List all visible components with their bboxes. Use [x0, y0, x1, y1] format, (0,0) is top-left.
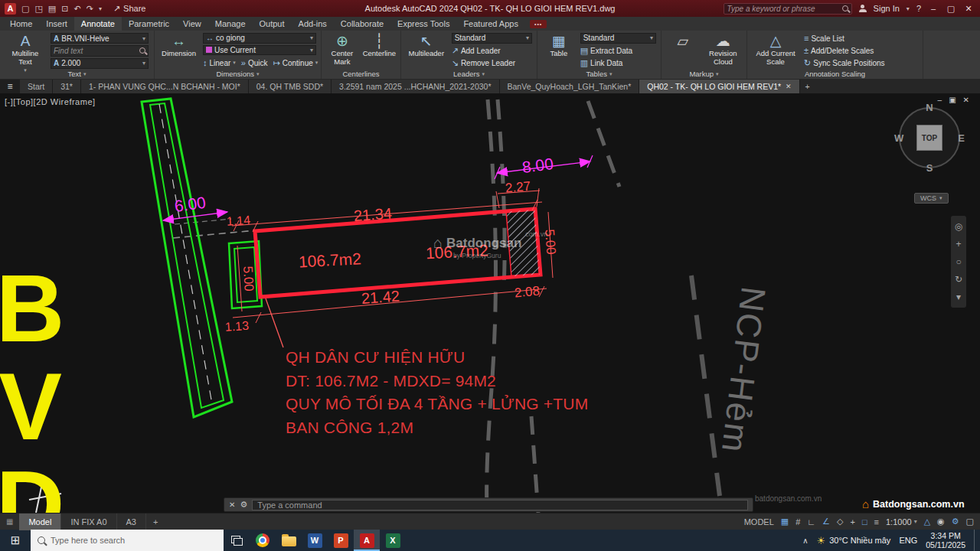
panel-label-dimensions[interactable]: Dimensions ▾ [155, 70, 321, 78]
file-tab-banve[interactable]: BanVe_QuyHoach_LGH_TanKien* [500, 80, 640, 93]
layout-tab-in-fix-a0[interactable]: IN FIX A0 [61, 514, 116, 530]
revision-cloud-button[interactable]: ☁ Revision Cloud [704, 33, 742, 69]
weather-widget[interactable]: ☀ 30°C Nhiều mây [817, 535, 891, 546]
ribbon-tab-annotate[interactable]: Annotate [74, 17, 122, 31]
file-tab-2591[interactable]: 3.2591 nam 2025 ...HCHANH_2021-2030* [332, 80, 499, 93]
text-style-combo[interactable]: A BR.VNI-Helve ▾ [51, 33, 149, 44]
file-tab-active[interactable]: QH02 - TK- QH LO GIOI HEM REV1* ✕ [639, 80, 799, 93]
dim-style-combo[interactable]: ↔ co giong ▾ [203, 33, 316, 44]
help-icon[interactable]: ? [916, 4, 921, 13]
extract-data-button[interactable]: ▤ Extract Data [580, 45, 656, 57]
layout-tab-model[interactable]: Model [19, 514, 61, 530]
ribbon-tab-home[interactable]: Home [3, 17, 39, 31]
table-button[interactable]: ▦ Table [542, 33, 576, 69]
command-close-icon[interactable]: ✕ [229, 500, 235, 509]
polar-tracking-icon[interactable]: ∠ [822, 517, 830, 527]
clean-screen-icon[interactable]: ▢ [966, 517, 974, 527]
maximize-button[interactable]: ▢ [946, 4, 956, 14]
zoom-icon[interactable]: ○ [956, 256, 961, 267]
object-snap-tracking-icon[interactable]: + [850, 517, 854, 527]
panel-label-annotation-scaling[interactable]: Annotation Scaling [747, 70, 923, 78]
green-road-boundary[interactable] [142, 99, 232, 417]
new-tab-button[interactable]: + [800, 80, 815, 93]
file-tab-phan-vung[interactable]: 1- PHAN VUNG QHC...N BCHANH - MOI* [81, 80, 249, 93]
ribbon-more-button[interactable]: ••• [530, 20, 547, 28]
table-style-combo[interactable]: Standard ▾ [580, 33, 656, 44]
new-layout-button[interactable]: + [146, 517, 165, 527]
pan-icon[interactable]: + [956, 239, 961, 249]
viewcube-west[interactable]: W [894, 132, 903, 144]
file-tab-qh-tmb[interactable]: 04. QH TMB SDD* [249, 80, 332, 93]
panel-label-markup[interactable]: Markup ▾ [662, 70, 746, 78]
ribbon-tab-featured-apps[interactable]: Featured Apps [456, 17, 525, 31]
taskbar-search-input[interactable] [51, 536, 217, 545]
file-tab-31[interactable]: 31* [53, 80, 81, 93]
ribbon-tab-view[interactable]: View [176, 17, 208, 31]
excel-button[interactable]: X [380, 530, 406, 551]
ortho-icon[interactable]: ∟ [807, 517, 815, 527]
save-icon[interactable]: ▤ [48, 4, 56, 14]
ribbon-tab-output[interactable]: Output [253, 17, 292, 31]
dim-2142-label[interactable]: 21.42 [361, 287, 400, 306]
signin-dropdown-icon[interactable]: ▾ [906, 5, 910, 12]
panel-label-centerlines[interactable]: Centerlines [322, 70, 400, 78]
plot-icon[interactable]: ⊡ [61, 4, 68, 14]
dim-208-label[interactable]: 2.08 [514, 284, 541, 301]
doc-close-icon[interactable]: ✕ [963, 96, 969, 104]
drawing-canvas[interactable]: 1.14 21.34 2.27 5.00 5.00 1.13 21.42 2.0… [0, 93, 980, 513]
ribbon-tab-express-tools[interactable]: Express Tools [390, 17, 456, 31]
add-delete-scales-button[interactable]: ± Add/Delete Scales [804, 45, 911, 56]
viewcube-east[interactable]: E [958, 132, 965, 144]
dim-800-label[interactable]: 8.00 [521, 155, 554, 176]
object-snap-icon[interactable]: □ [862, 517, 867, 527]
continue-dim-button[interactable]: ↦ Continue ▾ [273, 57, 318, 69]
doc-minimize-icon[interactable]: – [938, 96, 942, 104]
panel-label-tables[interactable]: Tables ▾ [537, 70, 661, 78]
wipeout-button[interactable]: ▱ [666, 33, 700, 69]
link-data-button[interactable]: ▥ Link Data [580, 57, 656, 69]
dim-227-label[interactable]: 2.27 [505, 179, 531, 196]
chrome-button[interactable] [250, 530, 276, 551]
centerline-button[interactable]: ┆ Centerline [363, 33, 396, 69]
viewcube-top-face[interactable]: TOP [916, 125, 942, 151]
add-leader-button[interactable]: ↗ Add Leader [452, 45, 532, 57]
clock[interactable]: 3:34 PM 05/11/2025 [926, 531, 965, 549]
dim-600-label[interactable]: 6.00 [173, 193, 207, 214]
search-icon[interactable] [842, 5, 848, 11]
share-button[interactable]: ↗ Share [113, 4, 146, 14]
start-button[interactable]: ⊞ [0, 533, 31, 547]
language-indicator[interactable]: ENG [899, 536, 917, 545]
layout-grid-icon[interactable]: ▦ [0, 517, 19, 526]
powerpoint-button[interactable]: P [328, 530, 354, 551]
lineweight-icon[interactable]: ≡ [874, 517, 879, 527]
steering-wheel-icon[interactable]: ◎ [955, 221, 962, 232]
panel-label-text[interactable]: Text ▾ [0, 70, 154, 78]
redo-icon[interactable]: ↷ [87, 4, 93, 14]
ribbon-tab-addins[interactable]: Add-ins [292, 17, 334, 31]
doc-restore-icon[interactable]: ▣ [949, 96, 956, 104]
dim-114-label[interactable]: 1.14 [226, 214, 250, 228]
wcs-menu[interactable]: WCS ▾ [914, 193, 949, 204]
model-space-label[interactable]: MODEL [744, 517, 774, 527]
ribbon-tab-collaborate[interactable]: Collaborate [334, 17, 390, 31]
word-button[interactable]: W [302, 530, 328, 551]
ribbon-tab-parametric[interactable]: Parametric [122, 17, 176, 31]
orbit-icon[interactable]: ↻ [955, 274, 962, 285]
autocad-logo-icon[interactable]: A [5, 3, 16, 15]
signin-button[interactable]: Sign In [874, 4, 900, 13]
viewcube[interactable]: N W E S TOP [896, 104, 963, 171]
find-icon[interactable] [139, 47, 145, 54]
navbar-more-icon[interactable]: ▾ [956, 292, 961, 302]
ribbon-tab-insert[interactable]: Insert [39, 17, 74, 31]
menu-icon[interactable]: ≡ [0, 80, 20, 93]
add-current-scale-button[interactable]: △ Add Current Scale [752, 33, 799, 69]
ribbon-tab-manage[interactable]: Manage [208, 17, 253, 31]
multileader-button[interactable]: ↖ Multileader [406, 33, 447, 69]
show-desktop-button[interactable] [974, 530, 978, 551]
open-file-icon[interactable]: ◳ [34, 4, 42, 14]
scale-list-button[interactable]: ≡ Scale List [804, 33, 911, 44]
undo-icon[interactable]: ↶ [74, 4, 80, 14]
viewcube-north[interactable]: N [926, 102, 933, 113]
annotation-monitor-icon[interactable]: ◉ [937, 517, 945, 527]
dim-113-label[interactable]: 1.13 [224, 319, 249, 334]
